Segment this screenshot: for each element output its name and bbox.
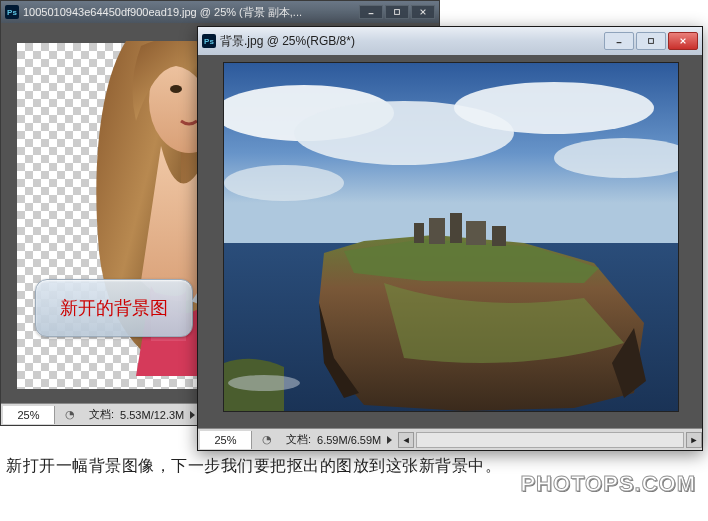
canvas-area-2[interactable] (198, 55, 702, 428)
svg-rect-17 (414, 223, 424, 243)
svg-rect-19 (450, 213, 462, 243)
titlebar-2[interactable]: Ps 背景.jpg @ 25%(RGB/8*) (198, 27, 702, 55)
close-button[interactable] (668, 32, 698, 50)
annotation-callout: 新开的背景图 (35, 279, 193, 337)
doc-size-2: 6.59M/6.59M (317, 434, 381, 446)
svg-rect-7 (649, 39, 654, 44)
ps-app-icon: Ps (202, 34, 216, 48)
minimize-button[interactable] (604, 32, 634, 50)
doc-label-2: 文档: (280, 432, 317, 447)
svg-point-5 (170, 85, 182, 93)
exposure-icon[interactable]: ◔ (258, 432, 276, 448)
watermark-text: PHOTOPS.COM (520, 471, 696, 497)
close-button[interactable] (411, 5, 435, 19)
zoom-field-1[interactable]: 25% (3, 406, 55, 424)
tutorial-caption: 新打开一幅背景图像，下一步我们要把抠出的图放到这张新背景中。 (6, 456, 501, 477)
flyout-arrow-icon[interactable] (190, 411, 195, 419)
titlebar-1[interactable]: Ps 1005010943e64450df900ead19.jpg @ 25% … (1, 1, 439, 23)
scroll-right-button[interactable]: ► (686, 432, 702, 448)
doc-label-1: 文档: (83, 407, 120, 422)
doc-size-1: 5.53M/12.3M (120, 409, 184, 421)
horizontal-scrollbar[interactable] (416, 432, 684, 448)
scroll-left-button[interactable]: ◄ (398, 432, 414, 448)
window-title-1: 1005010943e64450df900ead19.jpg @ 25% (背景… (23, 5, 302, 20)
zoom-field-2[interactable]: 25% (200, 431, 252, 449)
svg-point-15 (224, 165, 344, 201)
svg-point-22 (228, 375, 300, 391)
svg-rect-20 (466, 221, 486, 245)
ps-app-icon: Ps (5, 5, 19, 19)
document-window-2: Ps 背景.jpg @ 25%(RGB/8*) (197, 26, 703, 451)
maximize-button[interactable] (636, 32, 666, 50)
exposure-icon[interactable]: ◔ (61, 407, 79, 423)
svg-rect-18 (429, 218, 445, 244)
background-image-layer (224, 63, 678, 411)
maximize-button[interactable] (385, 5, 409, 19)
svg-rect-21 (492, 226, 506, 246)
statusbar-2: 25% ◔ 文档: 6.59M/6.59M ◄ ► (198, 428, 702, 450)
minimize-button[interactable] (359, 5, 383, 19)
window-title-2: 背景.jpg @ 25%(RGB/8*) (220, 33, 355, 50)
flyout-arrow-icon[interactable] (387, 436, 392, 444)
svg-rect-1 (395, 10, 400, 15)
svg-point-13 (454, 82, 654, 134)
callout-text: 新开的背景图 (60, 296, 168, 320)
